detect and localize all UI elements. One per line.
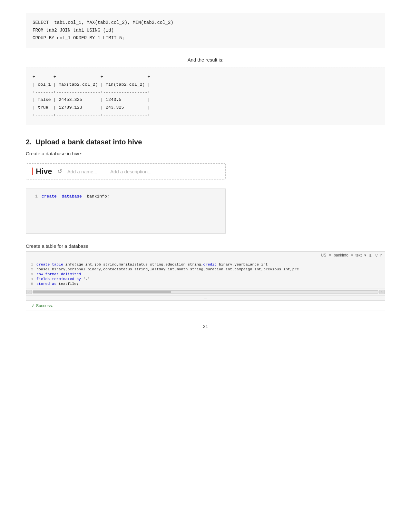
big-line-content-1: create table info(age int,job string,mar… bbox=[36, 262, 268, 266]
toolbar-filter-icon: ▽ bbox=[375, 253, 378, 257]
big-line-num-1: 1 bbox=[26, 262, 33, 266]
big-line-1: 1 create table info(age int,job string,m… bbox=[26, 262, 385, 267]
toolbar-bankinfo-label: bankinfo bbox=[334, 253, 348, 257]
success-bar: ✓ Success. bbox=[26, 300, 385, 311]
toolbar-dropdown2-icon[interactable]: ▾ bbox=[364, 253, 366, 257]
toolbar-r-icon: r bbox=[380, 253, 382, 257]
big-line-2: 2 housel binary,personal binary,contacts… bbox=[26, 267, 385, 272]
page-number: 21 bbox=[26, 324, 385, 329]
horizontal-scrollbar[interactable]: ‹ › bbox=[26, 288, 385, 296]
big-line-content-4: fields terminated by '.' bbox=[36, 277, 90, 281]
big-line-content-5: stored as textfile; bbox=[36, 282, 79, 286]
section2-subtitle: Create a database in hive: bbox=[26, 151, 385, 156]
big-line-num-5: 5 bbox=[26, 282, 33, 286]
success-text: ✓ Success. bbox=[31, 303, 53, 308]
section2-title: 2. Upload a bank dataset into hive bbox=[26, 138, 385, 146]
section2-number: 2. bbox=[26, 138, 32, 146]
create-table-section: Create a table for a database US ≡ banki… bbox=[26, 243, 385, 311]
big-line-content-3: row format delimited bbox=[36, 272, 81, 276]
hive-name-placeholder[interactable]: Add a name... bbox=[67, 169, 97, 174]
toolbar-us-label: US bbox=[321, 253, 327, 257]
big-line-5: 5 stored as textfile; bbox=[26, 281, 385, 286]
resize-handle[interactable]: — bbox=[26, 296, 385, 300]
scroll-thumb bbox=[33, 291, 171, 293]
scroll-right-button[interactable]: › bbox=[379, 290, 385, 294]
big-line-num-4: 4 bbox=[26, 277, 33, 281]
big-line-3: 3 row format delimited bbox=[26, 272, 385, 276]
big-line-content-2: housel binary,personal binary,contactsta… bbox=[36, 267, 299, 271]
hive-refresh-icon[interactable]: ↺ bbox=[57, 168, 62, 175]
big-line-4: 4 fields terminated by '.' bbox=[26, 276, 385, 281]
result-label: And the result is: bbox=[26, 57, 385, 63]
hive-logo: Hive bbox=[32, 168, 52, 175]
toolbar-grid-icon: ◫ bbox=[369, 253, 372, 257]
result-table-block: +-------+-----------------+-------------… bbox=[26, 67, 385, 125]
toolbar-dropdown-icon[interactable]: ▾ bbox=[351, 253, 353, 257]
scroll-track[interactable] bbox=[33, 290, 378, 294]
section2-title-text: Upload a bank dataset into hive bbox=[35, 138, 142, 146]
toolbar-icon1: ≡ bbox=[329, 253, 331, 257]
create-table-code-block: 1 create table info(age int,job string,m… bbox=[26, 259, 385, 288]
line-number-1: 1 bbox=[31, 194, 38, 199]
hive-desc-placeholder[interactable]: Add a description... bbox=[110, 169, 152, 174]
create-table-label: Create a table for a database bbox=[26, 243, 385, 249]
big-line-num-3: 3 bbox=[26, 272, 33, 276]
code-line-1: 1 create database bankinfo; bbox=[26, 194, 225, 199]
scroll-left-button[interactable]: ‹ bbox=[26, 290, 32, 294]
editor-toolbar: US ≡ bankinfo ▾ text ▾ ◫ ▽ r bbox=[26, 251, 385, 259]
sql-code-block: SELECT tab1.col_1, MAX(tab2.col_2), MIN(… bbox=[26, 13, 385, 48]
hive-widget: Hive ↺ Add a name... Add a description..… bbox=[26, 163, 226, 179]
big-line-num-2: 2 bbox=[26, 267, 33, 271]
line-content-1: create database bankinfo; bbox=[42, 194, 110, 199]
create-database-editor[interactable]: 1 create database bankinfo; bbox=[26, 189, 226, 234]
toolbar-text-label: text bbox=[356, 253, 362, 257]
